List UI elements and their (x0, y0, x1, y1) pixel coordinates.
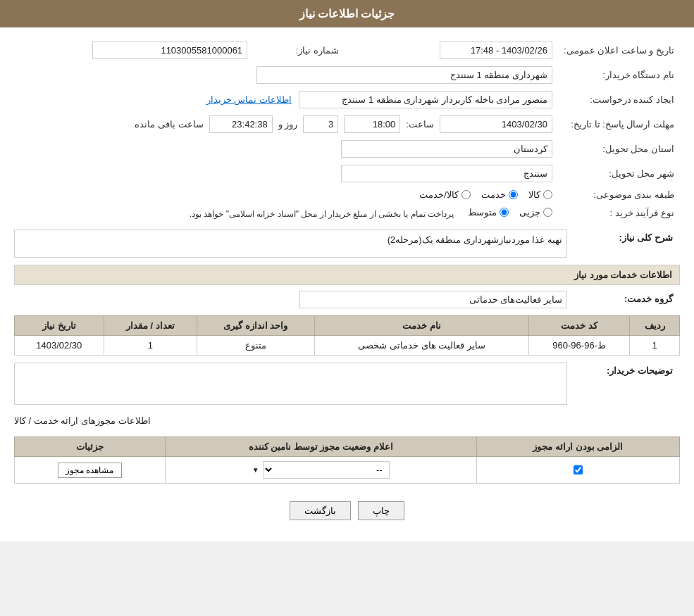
radio-kala-khadamat-input[interactable] (461, 190, 471, 199)
table-row: 1 ط-96-96-960 سایر فعالیت های خدماتی شخص… (15, 336, 680, 356)
permit-col-status: اعلام وضعیت مجوز توسط نامین کننده (165, 437, 476, 457)
radio-kala-khadamat: کالا/خدمت (419, 189, 471, 200)
need-summary-row: شرح کلی نیاز: تهیه غذا موردنیازشهرداری م… (14, 230, 680, 258)
buyer-desc-content (14, 363, 567, 405)
city-value: سنندج (341, 165, 552, 182)
hours-remaining: 23:42:38 (209, 115, 273, 133)
id-label: شماره نیاز: (253, 38, 345, 63)
chevron-down-icon: ▼ (252, 466, 259, 474)
need-summary-value: تهیه غذا موردنیازشهرداری منطقه یک(مرحله2… (14, 230, 567, 258)
radio-jazee-input[interactable] (543, 208, 552, 217)
requester-label: ایجاد کننده درخواست: (558, 87, 680, 112)
service-group-content: سایر فعالیت‌های خدماتی (14, 291, 567, 308)
radio-kala-input[interactable] (543, 190, 552, 199)
announce-label: تاریخ و ساعت اعلان عمومی: (558, 38, 680, 63)
page-container: جزئیات اطلاعات نیاز تاریخ و ساعت اعلان ع… (0, 0, 694, 541)
permit-col-details: جزئیات (15, 437, 166, 457)
radio-motawaset-label: متوسط (468, 207, 497, 218)
cell-row: 1 (630, 336, 680, 356)
service-group-label: گروه خدمت: (567, 291, 680, 304)
permit-title-text: اطلاعات مجوزهای ارائه خدمت / کالا (14, 415, 151, 426)
col-header-name: نام خدمت (314, 316, 528, 336)
time-label: ساعت: (406, 119, 434, 130)
print-button[interactable]: چاپ (358, 501, 404, 520)
days-remaining-label: روز و (278, 119, 298, 130)
city-label: شهر محل تحویل: (558, 161, 680, 186)
radio-kala-label: کالا (528, 189, 540, 200)
requester-row: منصور مرادی باخله کاربردار شهرداری منطقه… (20, 91, 552, 108)
radio-motawaset: متوسط (468, 207, 509, 218)
requester-value: منصور مرادی باخله کاربردار شهرداری منطقه… (299, 91, 552, 108)
services-table: ردیف کد خدمت نام خدمت واحد اندازه گیری ت… (14, 315, 680, 356)
purchase-type-label: نوع فرآیند خرید : (558, 203, 680, 222)
page-title: جزئیات اطلاعات نیاز (299, 8, 395, 20)
radio-motawaset-input[interactable] (500, 208, 509, 217)
cell-date: 1403/02/30 (15, 336, 104, 356)
purchase-type-radio-group: جزیی متوسط (468, 207, 552, 218)
cell-code: ط-96-96-960 (529, 336, 630, 356)
view-permit-button[interactable]: مشاهده مجوز (58, 463, 121, 478)
service-group-value: سایر فعالیت‌های خدماتی (299, 291, 567, 308)
hours-remaining-label: ساعت باقی مانده (135, 119, 203, 130)
need-summary-section: شرح کلی نیاز: تهیه غذا موردنیازشهرداری م… (14, 230, 680, 258)
days-remaining: 3 (303, 115, 338, 133)
permit-row: -- ▼ مشاهده مجوز (15, 457, 680, 484)
cell-unit: متنوع (197, 336, 314, 356)
permit-required-checkbox[interactable] (574, 465, 583, 474)
cell-qty: 1 (104, 336, 197, 356)
col-header-row: ردیف (630, 316, 680, 336)
services-section-title: اطلاعات خدمات مورد نیاز (14, 265, 680, 285)
radio-jazee-label: جزیی (519, 207, 540, 218)
deadline-date: 1403/02/30 (440, 115, 552, 133)
buyer-org-label: نام دستگاه خریدار: (558, 63, 680, 87)
permit-checkbox-container (483, 465, 674, 474)
permit-info-title: اطلاعات مجوزهای ارائه خدمت / کالا (14, 412, 680, 429)
need-summary-content: تهیه غذا موردنیازشهرداری منطقه یک(مرحله2… (14, 230, 567, 258)
buyer-desc-section: توضیحات خریدار: (14, 363, 680, 405)
radio-khadamat-input[interactable] (509, 190, 518, 199)
permit-status-cell: -- ▼ (165, 457, 476, 484)
category-radio-group: کالا خدمت کالا/خدمت (20, 189, 552, 200)
purchase-type-note: پرداخت تمام یا بخشی از مبلغ خریدار از مح… (190, 209, 454, 219)
deadline-time: 18:00 (344, 115, 400, 133)
contact-link[interactable]: اطلاعات تماس خریدار (206, 94, 292, 105)
buyer-desc-label: توضیحات خریدار: (567, 363, 680, 376)
page-header: جزئیات اطلاعات نیاز (0, 0, 694, 27)
buyer-desc-value (14, 363, 567, 405)
col-header-code: کد خدمت (529, 316, 630, 336)
main-content: تاریخ و ساعت اعلان عمومی: 1403/02/26 - 1… (0, 27, 694, 541)
permit-required-cell (476, 457, 679, 484)
cell-name: سایر فعالیت های خدماتی شخصی (314, 336, 528, 356)
announce-value-cell: 1403/02/26 - 17:48 (380, 38, 558, 63)
province-label: استان محل تحویل: (558, 137, 680, 161)
buyer-org-value-cell: شهرداری منطقه 1 سنندج (14, 63, 558, 87)
id-value-cell: 1103005581000061 (14, 38, 253, 63)
radio-khadamat: خدمت (481, 189, 518, 200)
bottom-buttons: چاپ بازگشت (14, 491, 680, 531)
radio-jazee: جزیی (519, 207, 552, 218)
radio-khadamat-label: خدمت (481, 189, 506, 200)
deadline-label: مهلت ارسال پاسخ: تا تاریخ: (558, 112, 680, 137)
col-header-unit: واحد اندازه گیری (197, 316, 314, 336)
province-value: کردستان (341, 140, 552, 158)
radio-kala-khadamat-label: کالا/خدمت (419, 189, 459, 200)
need-id: 1103005581000061 (92, 42, 247, 59)
main-info-table: تاریخ و ساعت اعلان عمومی: 1403/02/26 - 1… (14, 38, 680, 222)
requester-cell: منصور مرادی باخله کاربردار شهرداری منطقه… (14, 87, 558, 112)
back-button[interactable]: بازگشت (290, 501, 351, 520)
need-summary-label: شرح کلی نیاز: (567, 230, 680, 243)
col-header-qty: تعداد / مقدار (104, 316, 197, 336)
permit-table: الزامی بودن ارائه مجوز اعلام وضعیت مجوز … (14, 436, 680, 484)
radio-kala: کالا (528, 189, 552, 200)
permit-status-select[interactable]: -- (263, 461, 390, 479)
deadline-row: 1403/02/30 ساعت: 18:00 3 روز و 23:42:38 … (14, 112, 558, 137)
category-label: طبقه بندی موضوعی: (558, 186, 680, 203)
permit-details-cell: مشاهده مجوز (15, 457, 166, 484)
service-group-row: گروه خدمت: سایر فعالیت‌های خدماتی (14, 291, 680, 308)
permit-col-required: الزامی بودن ارائه مجوز (476, 437, 679, 457)
buyer-org-value: شهرداری منطقه 1 سنندج (256, 66, 552, 84)
col-header-date: تاریخ نیاز (15, 316, 104, 336)
announce-value: 1403/02/26 - 17:48 (440, 42, 552, 59)
